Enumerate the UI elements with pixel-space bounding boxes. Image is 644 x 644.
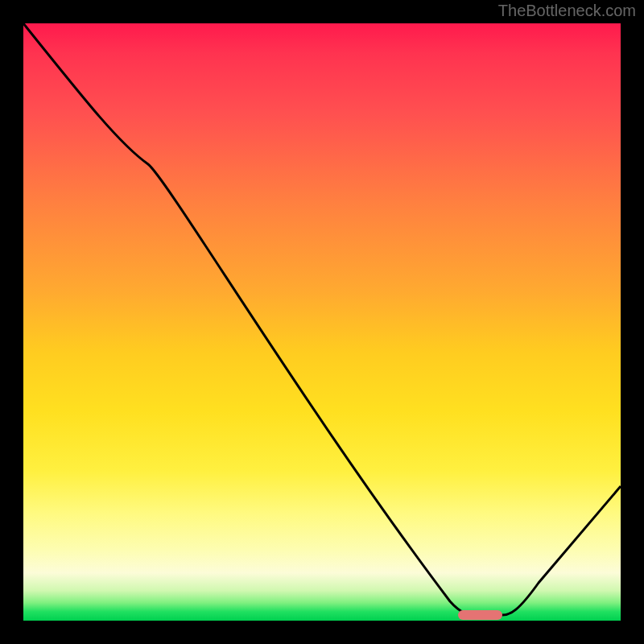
chart-container: TheBottleneck.com — [0, 0, 644, 644]
watermark-text: TheBottleneck.com — [498, 2, 636, 20]
optimal-marker — [458, 610, 502, 620]
bottleneck-curve — [23, 23, 621, 615]
curve-svg — [23, 23, 621, 621]
